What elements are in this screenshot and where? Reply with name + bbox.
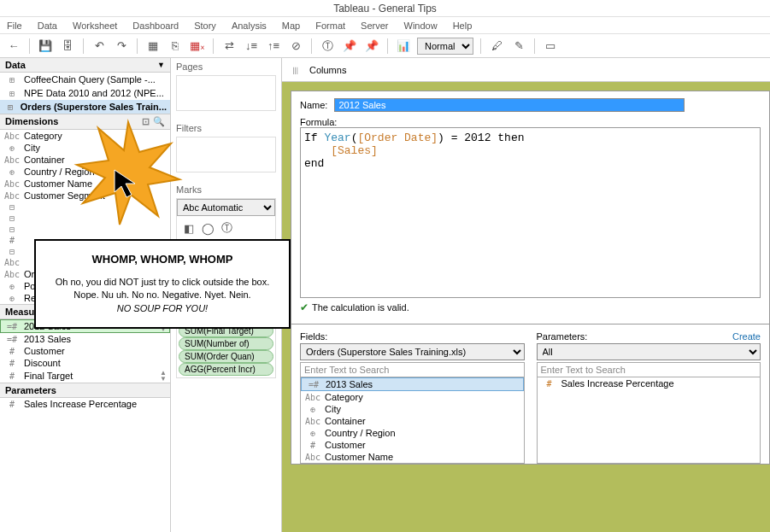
menu-map[interactable]: Map bbox=[282, 20, 300, 31]
worksheet-area: ⫼ Columns Name: Formula: If Year([Order … bbox=[282, 58, 770, 532]
params-list[interactable]: #Sales Increase Percentage bbox=[537, 377, 761, 464]
data-source-icon[interactable]: 🗄 bbox=[59, 38, 76, 55]
validation-status: ✔ The calculation is valid. bbox=[300, 298, 761, 317]
db-icon: ⊞ bbox=[3, 75, 21, 85]
text-type-icon: Abc bbox=[3, 191, 21, 201]
db-icon: ⊞ bbox=[3, 102, 17, 112]
marks-type-select[interactable]: Abc Automatic bbox=[177, 199, 275, 216]
formula-editor[interactable]: If Year([Order Date]) = 2012 then [Sales… bbox=[300, 127, 761, 298]
new-sheet-icon[interactable]: ▦ bbox=[144, 38, 162, 55]
calculated-field-dialog: Name: Formula: If Year([Order Date]) = 2… bbox=[291, 91, 770, 324]
measure-customer[interactable]: #Customer bbox=[0, 345, 170, 357]
param-sales-increase[interactable]: #Sales Increase Percentage bbox=[0, 398, 170, 410]
data-menu-icon[interactable]: ▼ bbox=[157, 61, 165, 69]
redo-icon[interactable]: ↷ bbox=[113, 38, 130, 55]
menu-window[interactable]: Window bbox=[404, 20, 438, 31]
label-icon[interactable]: Ⓣ bbox=[319, 38, 336, 55]
save-icon[interactable]: 💾 bbox=[37, 38, 54, 55]
menu-server[interactable]: Server bbox=[361, 20, 388, 31]
text-type-icon: Abc bbox=[3, 155, 21, 165]
fields-panel: Fields: Orders (Superstore Sales Trainin… bbox=[291, 324, 770, 465]
overlay-line2: Nope. Nu uh. No no. Negative. Nyet. Nein… bbox=[44, 289, 280, 301]
text-type-icon: Abc bbox=[3, 132, 21, 141]
menu-help[interactable]: Help bbox=[453, 20, 473, 31]
text-icon[interactable]: Ⓣ bbox=[218, 219, 235, 237]
fields-list[interactable]: =#2013 Sales AbcCategory ⊕City AbcContai… bbox=[300, 377, 525, 464]
overlay-line1: Oh no, you did NOT just try to click out… bbox=[44, 276, 280, 289]
field-row-city[interactable]: ⊕City bbox=[301, 403, 524, 415]
menu-dashboard[interactable]: Dashboard bbox=[132, 20, 179, 31]
params-search[interactable]: Enter Text to Search bbox=[537, 362, 761, 377]
data-source-2[interactable]: ⊞Orders (Superstore Sales Train... bbox=[0, 100, 170, 114]
field-row-container[interactable]: AbcContainer bbox=[301, 415, 524, 427]
pin2-icon[interactable]: 📌 bbox=[363, 38, 380, 55]
fields-source-select[interactable]: Orders (Superstore Sales Training.xls) bbox=[300, 343, 525, 360]
swap-icon[interactable]: ⇄ bbox=[220, 38, 238, 55]
overlay-line3: NO SOUP FOR YOU! bbox=[44, 302, 280, 315]
field-row-category[interactable]: AbcCategory bbox=[301, 391, 524, 403]
data-source-1[interactable]: ⊞NPE Data 2010 and 2012 (NPE... bbox=[0, 86, 170, 100]
data-source-0[interactable]: ⊞CoffeeChain Query (Sample -... bbox=[0, 73, 170, 86]
mv-pill-6[interactable]: SUM(Order Quan) bbox=[179, 350, 273, 363]
duplicate-icon[interactable]: ⎘ bbox=[167, 38, 184, 55]
fit-select[interactable]: Normal bbox=[417, 38, 473, 55]
fields-search[interactable]: Enter Text to Search bbox=[300, 362, 525, 377]
sort-asc-icon[interactable]: ↓≡ bbox=[243, 38, 260, 55]
pages-shelf[interactable] bbox=[176, 75, 276, 111]
measure-final-target[interactable]: #Final Target▲▼ bbox=[0, 369, 170, 383]
group-icon[interactable]: ⊘ bbox=[287, 38, 304, 55]
size-icon[interactable]: ◯ bbox=[199, 219, 216, 237]
create-parameter-link[interactable]: Create bbox=[732, 331, 761, 342]
measure-2013-sales[interactable]: =#2013 Sales bbox=[0, 333, 170, 345]
cursor-arrow-graphic bbox=[111, 167, 145, 201]
data-header: Data ▼ bbox=[0, 58, 170, 73]
undo-icon[interactable]: ↶ bbox=[91, 38, 108, 55]
filters-shelf-label: Filters bbox=[171, 120, 281, 137]
mv-pill-7[interactable]: AGG(Percent Incr) bbox=[179, 363, 273, 376]
overlay-title: WHOMP, WHOMP, WHOMP bbox=[44, 253, 280, 266]
menu-file[interactable]: File bbox=[7, 20, 22, 31]
parameters-header: Parameters bbox=[0, 383, 170, 398]
back-icon[interactable]: ← bbox=[5, 38, 22, 55]
fields-label: Fields: bbox=[300, 331, 525, 342]
svg-marker-1 bbox=[115, 170, 135, 197]
text-type-icon: Abc bbox=[3, 179, 21, 189]
calc-number-icon: =# bbox=[3, 322, 21, 331]
marks-card: Abc Automatic ◧ ◯ Ⓣ bbox=[176, 198, 276, 241]
geo-type-icon: ⊕ bbox=[3, 143, 21, 153]
menu-worksheet[interactable]: Worksheet bbox=[73, 20, 117, 31]
menu-story[interactable]: Story bbox=[194, 20, 216, 31]
menu-format[interactable]: Format bbox=[315, 20, 345, 31]
mv-pill-5[interactable]: SUM(Number of) bbox=[179, 337, 273, 350]
field-row-customer-name[interactable]: AbcCustomer Name bbox=[301, 451, 524, 463]
window-title: Tableau - General Tips bbox=[0, 0, 770, 17]
name-label: Name: bbox=[300, 100, 327, 110]
tutorial-overlay: WHOMP, WHOMP, WHOMP Oh no, you did NOT j… bbox=[34, 239, 291, 329]
field-row-customer[interactable]: #Customer bbox=[301, 439, 524, 451]
columns-icon: ⫼ bbox=[291, 64, 301, 76]
chart-icon[interactable]: 📊 bbox=[395, 38, 412, 55]
params-label: Parameters: bbox=[537, 331, 588, 342]
filters-shelf[interactable] bbox=[176, 137, 276, 172]
db-icon: ⊞ bbox=[3, 89, 21, 98]
geo-type-icon: ⊕ bbox=[3, 167, 21, 177]
annotate-icon[interactable]: ✎ bbox=[510, 38, 527, 55]
calc-name-input[interactable] bbox=[334, 98, 685, 112]
presentation-icon[interactable]: ▭ bbox=[542, 38, 559, 55]
measure-discount[interactable]: #Discount bbox=[0, 357, 170, 369]
sort-desc-icon[interactable]: ↑≡ bbox=[265, 38, 282, 55]
pages-shelf-label: Pages bbox=[171, 58, 281, 75]
field-row-2013-sales[interactable]: =#2013 Sales bbox=[301, 377, 524, 391]
clear-icon[interactable]: ▦ₓ bbox=[189, 38, 206, 55]
field-row-country[interactable]: ⊕Country / Region bbox=[301, 427, 524, 439]
menu-analysis[interactable]: Analysis bbox=[232, 20, 267, 31]
params-scope-select[interactable]: All bbox=[537, 343, 761, 360]
menubar: File Data Worksheet Dashboard Story Anal… bbox=[0, 17, 770, 34]
columns-shelf[interactable]: ⫼ Columns bbox=[282, 58, 770, 82]
pin-icon[interactable]: 📌 bbox=[341, 38, 358, 55]
menu-data[interactable]: Data bbox=[38, 20, 57, 31]
toolbar: ← 💾 🗄 ↶ ↷ ▦ ⎘ ▦ₓ ⇄ ↓≡ ↑≡ ⊘ Ⓣ 📌 📌 📊 Norma… bbox=[0, 34, 770, 58]
highlight-icon[interactable]: 🖊 bbox=[488, 38, 505, 55]
param-row-sales-increase[interactable]: #Sales Increase Percentage bbox=[538, 377, 761, 389]
marks-label: Marks bbox=[171, 181, 281, 198]
